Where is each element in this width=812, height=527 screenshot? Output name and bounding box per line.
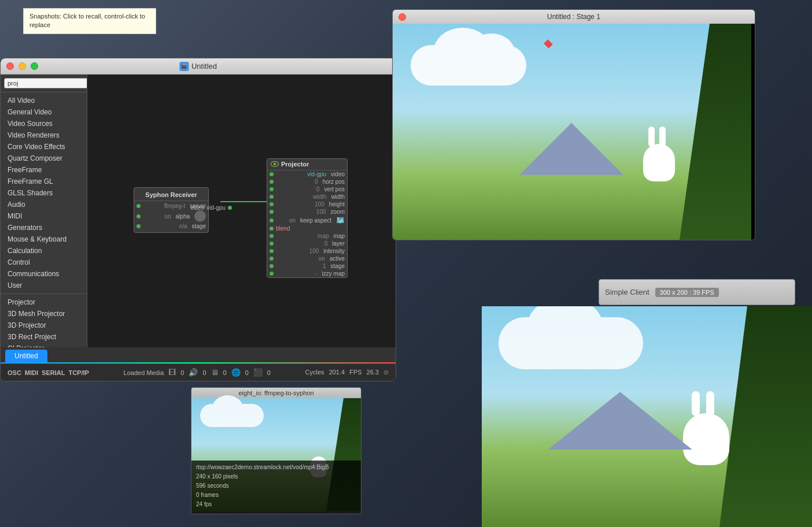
close-button[interactable]: [6, 62, 14, 70]
simple-client-label: Simple Client: [605, 288, 649, 296]
bg-cloud1: [499, 317, 643, 369]
video-info-overlay: rtsp://wowzaec2demo.streamlock.net/vod/m…: [191, 461, 361, 511]
sidebar-item-3d-rect[interactable]: 3D Rect Project: [1, 331, 87, 343]
sidebar-item-video-renderers[interactable]: Video Renderers: [1, 129, 87, 141]
proj-dot-map: [270, 234, 274, 238]
proj-port-layer: 0 layer: [267, 240, 347, 247]
rabbit-body: [643, 144, 675, 181]
sidebar-item-user[interactable]: User: [1, 280, 87, 291]
sidebar-item-projector[interactable]: Projector: [1, 296, 87, 308]
serial-label[interactable]: SERIAL: [42, 369, 65, 376]
right-bg-scene: [482, 306, 812, 527]
search-bar: ✕ 📷 ▶: [1, 75, 87, 92]
proj-port-vert: 0 vert pos: [267, 185, 347, 193]
bg-rabbit-ear-l: [692, 391, 700, 416]
minimize-button[interactable]: [19, 62, 26, 70]
preview-cloud: [200, 404, 264, 427]
sidebar-item-audio[interactable]: Audio: [1, 199, 87, 210]
audio-icon: 🔊: [189, 368, 198, 377]
osc-label[interactable]: OSC: [8, 369, 21, 376]
proj-port-active: on active: [267, 255, 347, 262]
canvas-area[interactable]: Syphon Receiver ffmpeg-t server on alpha: [87, 75, 396, 347]
sidebar-item-mouse-keyboard[interactable]: Mouse & Keyboard: [1, 233, 87, 245]
video-resolution: 240 x 160 pixels: [196, 472, 356, 481]
fps-badge: 300 x 200 : 39 FPS: [655, 288, 719, 297]
stage-content: [393, 24, 755, 240]
video-preview-content: rtsp://wowzaec2demo.streamlock.net/vod/m…: [191, 398, 361, 511]
right-bg-video: [482, 306, 812, 527]
sidebar-item-all-video[interactable]: All Video: [1, 95, 87, 106]
preview-cloud-puff: [212, 395, 243, 424]
proj-dot-stage: [270, 264, 274, 268]
sidebar-item-freeframe-gl[interactable]: FreeFrame GL: [1, 176, 87, 187]
sidebar-item-ci-projector[interactable]: CI Projector: [1, 343, 87, 347]
eye-icon: [271, 161, 279, 167]
other-icon: ⬛: [253, 368, 263, 377]
sidebar-item-core-video-effects[interactable]: Core Video Effects: [1, 141, 87, 153]
eye-pupil: [274, 163, 276, 165]
sidebar-item-midi[interactable]: MIDI: [1, 210, 87, 222]
bg-rabbit-ear-r: [706, 391, 714, 416]
bg-rabbit: [683, 413, 729, 465]
stage-titlebar: Untitled : Stage 1: [393, 10, 755, 24]
screen-icon: 🖥: [211, 368, 219, 377]
proj-port-blend: blend: [267, 225, 347, 232]
simple-client-panel: Simple Client 300 x 200 : 39 FPS: [599, 279, 795, 305]
loaded-media-section: Loaded Media 🎞 0 🔊 0 🖥 0 🌐 0 ⬛ 0: [124, 368, 271, 377]
syphon-receiver-node[interactable]: Syphon Receiver ffmpeg-t server on alpha: [134, 187, 209, 233]
proj-dot-active: [270, 257, 274, 261]
proj-dot-layer: [270, 242, 274, 246]
sidebar-item-quartz-composer[interactable]: Quartz Composer: [1, 153, 87, 164]
sidebar-item-3d-projector[interactable]: 3D Projector: [1, 320, 87, 331]
proj-port-keep-aspect: on keep aspect 🗺️: [267, 216, 347, 225]
output-port-dot: [228, 206, 232, 210]
sidebar-item-communications[interactable]: Communications: [1, 268, 87, 280]
port-dot-server: [136, 204, 141, 208]
port-dot-alpha: [136, 214, 141, 218]
maximize-button[interactable]: [31, 62, 38, 70]
tree-right: [680, 24, 755, 240]
proj-dot-blend: [270, 227, 274, 231]
projector-node[interactable]: Projector vid-gpu video 0 horz pos 0 ver…: [267, 158, 348, 278]
cycles-fps-section: Cycles 201.4 FPS 26.3 ⊘: [305, 369, 389, 376]
bg-cloud1-puff: [527, 306, 603, 355]
proj-port-stage: 1 stage: [267, 262, 347, 270]
window-body: ✕ 📷 ▶ All Video General Video Video Sour…: [1, 75, 396, 347]
resize-handle[interactable]: ⊘: [383, 369, 389, 376]
midi-label[interactable]: MIDI: [25, 369, 38, 376]
rabbit-ear-left: [648, 127, 655, 147]
sidebar-item-general-video[interactable]: General Video: [1, 106, 87, 118]
tab-bar: Untitled: [1, 347, 396, 362]
tcpip-label[interactable]: TCP/IP: [68, 369, 88, 376]
video-preview-title: eight_io: ffmpeg-to-syphon: [191, 388, 361, 398]
proj-port-height: 100 height: [267, 201, 347, 208]
window-titlebar: 🎬 Untitled: [1, 58, 396, 75]
kite: [544, 39, 553, 49]
globe-icon: 🌐: [231, 368, 241, 377]
bg-mountain: [548, 392, 692, 450]
comm-bar: OSC MIDI SERIAL TCP/IP Loaded Media 🎞 0 …: [1, 363, 396, 381]
sidebar-item-control[interactable]: Control: [1, 257, 87, 268]
sidebar-item-glsl-shaders[interactable]: GLSL Shaders: [1, 187, 87, 199]
snapshot-tooltip: Snapshots: Click to recall, control-clic…: [23, 8, 156, 34]
sidebar-item-3d-mesh[interactable]: 3D Mesh Projector: [1, 308, 87, 320]
proj-dot-keep-aspect: [270, 218, 274, 222]
sidebar: ✕ 📷 ▶ All Video General Video Video Sour…: [1, 75, 87, 347]
search-input[interactable]: [4, 78, 87, 88]
stage-window: Untitled : Stage 1: [392, 9, 755, 240]
proj-port-horz: 0 horz pos: [267, 178, 347, 185]
proj-port-intensity: 100 intensity: [267, 247, 347, 255]
syphon-node-title: Syphon Receiver: [134, 190, 208, 201]
main-window: 🎬 Untitled ✕ 📷 ▶ All Video General Video…: [0, 58, 396, 381]
tab-untitled[interactable]: Untitled: [5, 350, 47, 362]
video-frames: 0 frames: [196, 491, 356, 500]
sidebar-item-generators[interactable]: Generators: [1, 222, 87, 233]
stage-title: Untitled : Stage 1: [547, 13, 600, 21]
bg-tree-right: [719, 306, 812, 527]
sidebar-item-calculation[interactable]: Calculation: [1, 245, 87, 257]
sidebar-item-freeframe[interactable]: FreeFrame: [1, 164, 87, 176]
sidebar-item-video-sources[interactable]: Video Sources: [1, 118, 87, 129]
syphon-port-alpha: on alpha: [134, 210, 208, 222]
proj-dot-vert: [270, 187, 274, 191]
stage-close-button[interactable]: [398, 13, 406, 21]
